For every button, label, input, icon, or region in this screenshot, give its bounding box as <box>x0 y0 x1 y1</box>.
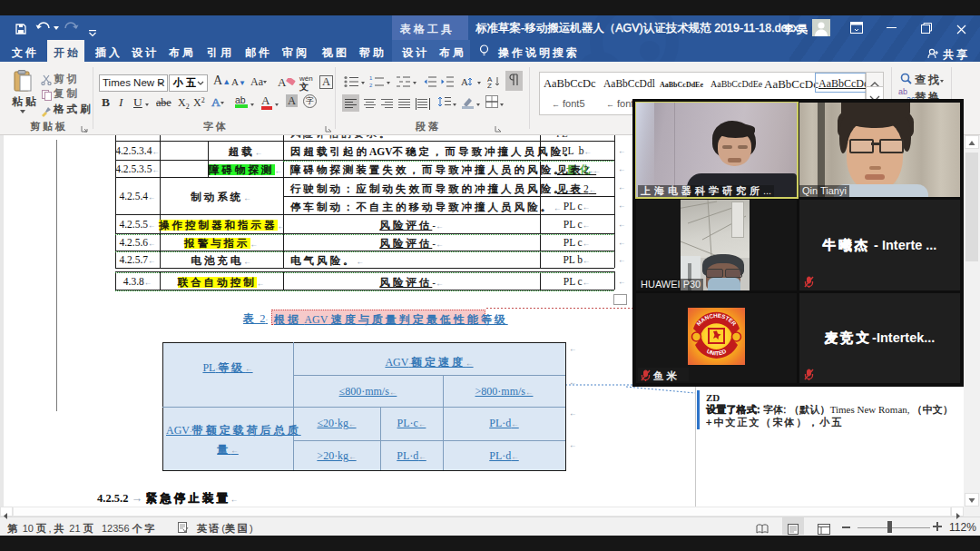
svg-text:Z: Z <box>487 82 492 88</box>
svg-text:2: 2 <box>369 83 373 88</box>
svg-text:A: A <box>461 76 468 87</box>
svg-text:1: 1 <box>369 75 373 81</box>
